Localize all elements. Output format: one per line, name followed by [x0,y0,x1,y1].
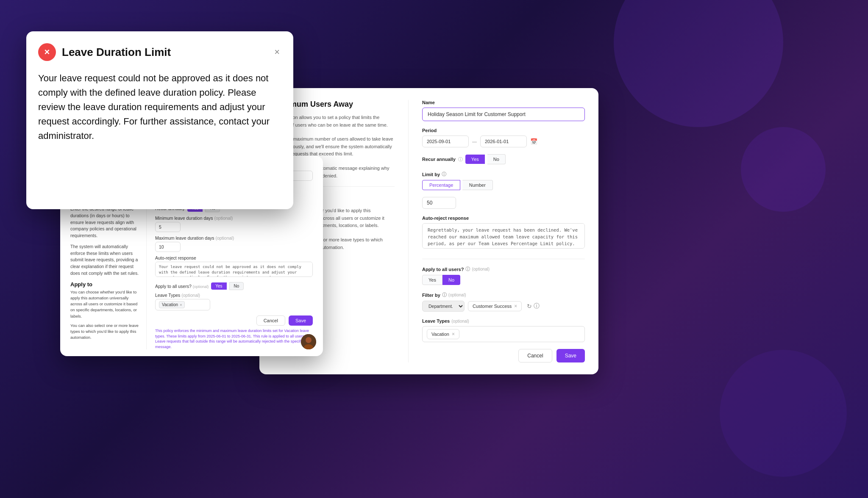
main-name-input[interactable] [422,108,585,121]
main-period-label: Period [422,128,585,133]
main-limit-by-label: Limit by [422,172,440,177]
main-apply-yes-button[interactable]: Yes [422,275,442,285]
main-recur-no-button[interactable]: No [487,154,506,164]
form1-apply-no-button[interactable]: No [229,282,244,290]
filter-tag-remove[interactable]: × [514,303,517,309]
main-limit-percentage-button[interactable]: Percentage [422,180,460,190]
calendar-icon[interactable]: 📅 [530,138,537,145]
form1-save-button[interactable]: Save [289,315,313,326]
form1-leave-types-label: Leave Types (optional) [155,293,313,298]
form1-apply-desc1: You can choose whether you'd like to app… [70,289,139,319]
form1-auto-reject-textarea[interactable]: Your leave request could not be approved… [155,262,313,277]
main-apply-all-row: Apply to all users? ⓘ (optional) [422,266,585,272]
filter-customer-success-tag: Customer Success × [468,301,522,311]
main-period-start[interactable] [422,136,469,147]
leave-type-remove[interactable]: × [452,331,455,337]
leave-type-vacation-tag: Vacation × [427,329,459,339]
form1-auto-reject-label: Auto-reject response [155,255,313,260]
form1-max-input[interactable] [155,242,181,252]
error-modal-header: × Leave Duration Limit × [38,43,281,61]
form1-min-input[interactable] [155,222,181,232]
main-name-label: Name [422,100,585,105]
limit-by-info-icon: ⓘ [442,171,446,177]
main-period-dash: — [472,139,477,144]
filter-department-select[interactable]: Department... [422,301,465,312]
form1-leave-type-tag: Vacation × [159,301,185,308]
error-modal: × Leave Duration Limit × Your leave requ… [26,31,293,209]
form1-max-label: Maximum leave duration days (optional) [155,235,313,241]
form1-desc2: Enter the desired range of leave duratio… [70,206,139,239]
main-save-button[interactable]: Save [556,349,585,362]
main-form-footer: Cancel Save [422,349,585,362]
apply-all-info-icon: ⓘ [465,266,470,272]
main-percent-input[interactable] [422,197,456,209]
error-modal-close-button[interactable]: × [273,46,281,58]
form1-apply-all-label: Apply to all users? (optional) [155,284,209,289]
filter-action-icons: ↻ ⓘ [527,302,540,310]
form1-leave-type-remove[interactable]: × [180,303,182,307]
form1-apply-desc2: You can also select one or more leave ty… [70,323,139,341]
form1-apply-title: Apply to [70,281,139,288]
main-filter-by-row: Filter by ⓘ (optional) [422,292,585,298]
form1-tooltip-note: This policy enforces the minimum and max… [155,328,313,349]
filter-by-row: Department... Customer Success × ↻ ⓘ [422,301,585,312]
error-icon: × [38,43,56,61]
filter-refresh-icon[interactable]: ↻ [527,302,532,310]
main-recur-label: Recur annually [422,157,456,162]
main-cancel-button[interactable]: Cancel [518,349,552,362]
error-modal-body: Your leave request could not be approved… [38,71,281,143]
leave-types-box: Vacation × [422,326,585,342]
filter-info-icon: ⓘ [442,292,447,298]
form1-desc3: The system will automatically enforce th… [70,243,139,277]
main-form-right-panel: Name Period — 📅 Recur annually ⓘ Yes No … [409,100,585,362]
svg-point-1 [306,337,312,343]
recur-info-icon: ⓘ [458,156,463,163]
main-limit-number-button[interactable]: Number [462,180,493,190]
main-recur-yes-button[interactable]: Yes [465,155,485,164]
form1-cancel-button[interactable]: Cancel [256,315,285,326]
main-auto-reject-label: Auto-reject response [422,216,585,221]
main-apply-all-toggle: Yes No [422,275,585,285]
main-period-end[interactable] [480,136,527,147]
filter-info-button[interactable]: ⓘ [534,302,540,310]
user-avatar [301,334,316,349]
form1-min-label: Minimum leave duration days (optional) [155,216,313,221]
error-title-row: × Leave Duration Limit [38,43,171,61]
main-auto-reject-textarea[interactable]: Regrettably, your leave request has been… [422,223,585,249]
main-apply-no-button[interactable]: No [442,275,460,285]
error-modal-title: Leave Duration Limit [62,46,171,59]
form1-apply-yes-button[interactable]: Yes [211,282,226,290]
main-leave-types-row: Leave Types (optional) Vacation × [422,318,585,342]
